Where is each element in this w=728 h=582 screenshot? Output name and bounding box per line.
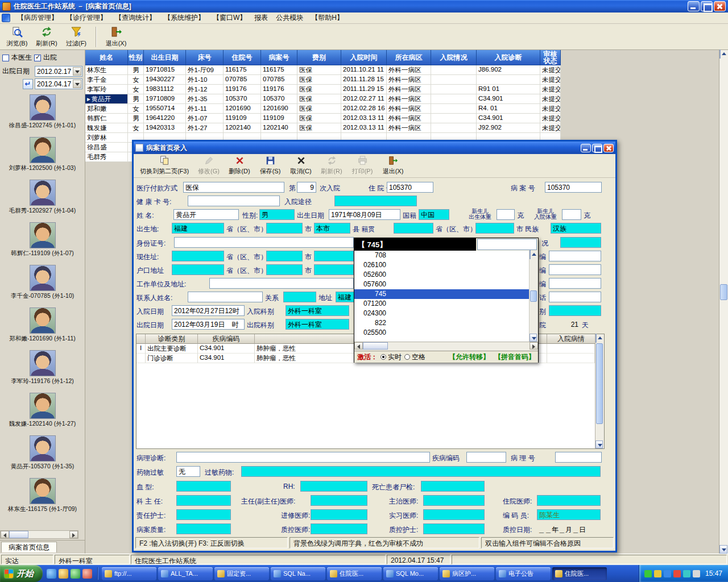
taskbar-window-button[interactable]: 住院医... bbox=[552, 567, 607, 580]
col-header[interactable]: 病案号 bbox=[261, 50, 297, 65]
menu-item[interactable]: 【窗口W】 bbox=[209, 13, 250, 23]
patient-list-item[interactable]: 李军玲-119176 (外1-12) bbox=[0, 350, 85, 392]
origin-field[interactable] bbox=[394, 223, 433, 234]
date-to-combo[interactable]: 2012.04.17 bbox=[35, 78, 82, 89]
tray-icon[interactable] bbox=[654, 570, 661, 577]
menu-item[interactable]: 【诊疗管理】 bbox=[62, 13, 111, 23]
patient-list-item[interactable]: 林东生-116175 (外1-厅09) bbox=[0, 478, 85, 514]
browse-button[interactable]: 浏览(B) bbox=[2, 25, 32, 49]
senior-doctor-field[interactable] bbox=[311, 495, 367, 506]
dropdown-item[interactable]: 026100 bbox=[354, 260, 529, 270]
combo-arrow-icon[interactable] bbox=[73, 67, 81, 76]
allergy-drug-field[interactable] bbox=[241, 466, 601, 477]
scroll-thumb[interactable] bbox=[530, 290, 537, 302]
cancel-button[interactable]: 取消(C) bbox=[286, 155, 316, 177]
scroll-thumb[interactable] bbox=[9, 531, 28, 538]
dropdown-horizontal-scrollbar[interactable] bbox=[354, 342, 538, 351]
col-header[interactable]: 入院情况 bbox=[431, 50, 477, 65]
menu-item[interactable]: 【查询统计】 bbox=[111, 13, 160, 23]
quick-launch-icon[interactable] bbox=[47, 569, 56, 579]
scroll-right-icon[interactable] bbox=[530, 342, 538, 350]
nurse-field[interactable] bbox=[176, 509, 231, 520]
table-row[interactable]: 李军玲 女 19831112 外1-12 119176 119176 医保 20… bbox=[85, 85, 561, 94]
col-header[interactable]: 诊断类别 bbox=[146, 334, 198, 344]
patient-list-item[interactable]: 郑和嫩-1201690 (外1-11) bbox=[0, 307, 85, 349]
pathology-no-field[interactable] bbox=[555, 452, 602, 463]
inpatient-no-field[interactable]: 105370 bbox=[387, 182, 433, 193]
menu-item[interactable]: 报表 bbox=[250, 13, 272, 23]
hukou-field[interactable] bbox=[172, 264, 224, 275]
quick-launch-icon[interactable] bbox=[71, 569, 80, 579]
quick-launch-icon[interactable] bbox=[82, 569, 92, 579]
col-header[interactable]: 入院诊断 bbox=[477, 50, 540, 65]
patient-list-item[interactable]: 毛群秀-1202927 (外1-04) bbox=[0, 180, 85, 221]
scroll-down-icon[interactable] bbox=[530, 334, 537, 342]
dropdown-item[interactable]: 708 bbox=[354, 251, 529, 260]
ethnicity-field[interactable]: 汉族 bbox=[551, 223, 601, 234]
dropdown-item[interactable]: 025500 bbox=[354, 328, 529, 338]
table-row[interactable]: 林东生 男 19710815 外1-厅09 116175 116175 医保 2… bbox=[85, 65, 561, 75]
resident-field[interactable] bbox=[537, 495, 601, 506]
marital-field[interactable] bbox=[560, 237, 601, 248]
rh-field[interactable] bbox=[300, 481, 367, 492]
address-province-field[interactable] bbox=[266, 251, 303, 261]
table-row[interactable]: 魏发嫌 女 19420313 外1-27 1202140 1202140 医保 … bbox=[85, 123, 561, 133]
blood-type-field[interactable] bbox=[176, 481, 231, 492]
minimize-button[interactable] bbox=[688, 1, 700, 11]
patient-list-item[interactable]: 魏发嫌-1202140 (外1-27) bbox=[0, 393, 85, 434]
col-header[interactable]: 性别 bbox=[128, 50, 144, 65]
delete-button[interactable]: 删除(D) bbox=[225, 155, 254, 177]
menu-item[interactable]: 【病历管理】 bbox=[13, 13, 62, 23]
taskbar-window-button[interactable]: 电子公告 bbox=[496, 567, 551, 580]
taskbar-window-button[interactable]: SQL Na... bbox=[271, 567, 325, 580]
col-header[interactable]: 审核状态 bbox=[540, 50, 561, 65]
dropdown-edit-field[interactable] bbox=[477, 239, 537, 250]
birthplace-city-field[interactable]: 本市 bbox=[314, 223, 350, 234]
col-header[interactable]: 疾病编码 bbox=[198, 334, 255, 344]
col-header[interactable]: 费别 bbox=[297, 50, 341, 65]
contact-name-field[interactable] bbox=[188, 292, 263, 302]
relation-field[interactable] bbox=[283, 292, 316, 302]
hukou-city-field[interactable] bbox=[314, 264, 354, 275]
col-header[interactable]: 姓名 bbox=[85, 50, 128, 65]
coder-field[interactable]: 陈某生 bbox=[537, 509, 601, 520]
table-row[interactable]: 韩辉仁 男 19641220 外1-07 119109 119109 医保 20… bbox=[85, 114, 561, 123]
dialog-maximize-button[interactable] bbox=[592, 144, 602, 152]
switch-page-button[interactable]: 切换到第二页(F3) bbox=[136, 155, 193, 177]
col-header[interactable]: 所在病区 bbox=[387, 50, 431, 65]
address-zip-field[interactable] bbox=[549, 251, 601, 261]
sex-field[interactable]: 男 bbox=[259, 209, 295, 220]
ward-field[interactable] bbox=[549, 305, 601, 316]
maximize-button[interactable] bbox=[701, 1, 713, 11]
menu-item[interactable]: 【帮助H】 bbox=[307, 13, 348, 23]
taskbar-window-button[interactable]: 固定资... bbox=[214, 567, 269, 580]
realtime-radio[interactable] bbox=[380, 354, 386, 360]
discharge-dept-field[interactable]: 外科一科室 bbox=[286, 319, 349, 330]
workplace-zip-field[interactable] bbox=[549, 278, 601, 289]
taskbar-window-button[interactable]: SQL Mo... bbox=[383, 567, 438, 580]
workplace-field[interactable] bbox=[209, 278, 354, 289]
contact-phone-field[interactable] bbox=[549, 292, 601, 302]
patient-list-item[interactable]: 韩辉仁-119109 (外1-07) bbox=[0, 222, 85, 264]
scroll-up-icon[interactable] bbox=[595, 334, 597, 343]
attending-field[interactable] bbox=[423, 495, 485, 506]
tray-icon[interactable] bbox=[693, 570, 700, 577]
col-header[interactable]: 住院号 bbox=[224, 50, 261, 65]
apply-filter-button[interactable]: ↵ bbox=[23, 79, 33, 89]
payment-field[interactable]: 医保 bbox=[183, 182, 284, 193]
scroll-left-icon[interactable] bbox=[1, 531, 9, 538]
patient-list-item[interactable]: 刘萝林-1202500 (外1-03) bbox=[0, 137, 85, 178]
dropdown-vertical-scrollbar[interactable] bbox=[530, 251, 538, 342]
allow-transfer-button[interactable]: 【允许转移】 bbox=[449, 352, 490, 362]
table-row[interactable]: 李千金 女 19430227 外1-10 070785 070785 医保 20… bbox=[85, 75, 561, 85]
dialog-refresh-button[interactable]: 刷新(R) bbox=[317, 155, 346, 177]
pathology-field[interactable] bbox=[176, 452, 430, 463]
space-radio[interactable] bbox=[404, 354, 410, 360]
health-card-field[interactable] bbox=[188, 196, 280, 206]
col-header[interactable]: 床号 bbox=[186, 50, 224, 65]
newborn-birth-weight-field[interactable] bbox=[497, 209, 515, 220]
name-field[interactable]: 黄品开 bbox=[173, 209, 239, 220]
dropdown-item[interactable]: 822 bbox=[354, 318, 529, 328]
filter-button[interactable]: 过滤(F) bbox=[61, 25, 91, 49]
scroll-thumb[interactable] bbox=[720, 284, 727, 300]
